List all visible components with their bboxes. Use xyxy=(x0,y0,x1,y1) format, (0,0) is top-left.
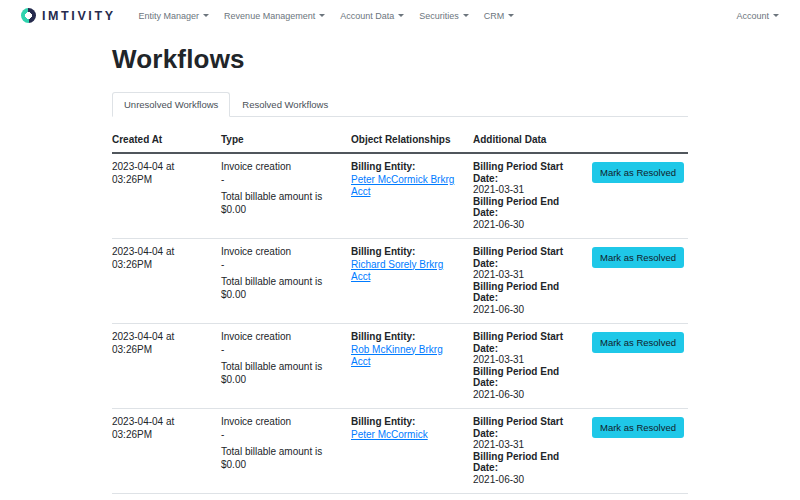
chevron-down-icon xyxy=(463,14,469,17)
type-value: Invoice creation xyxy=(221,161,341,174)
column-header-created-at: Created At xyxy=(112,134,221,145)
created-at-cell: 2023-04-04 at 03:26PM xyxy=(112,416,221,485)
additional-label: Billing Period End Date: xyxy=(473,451,582,474)
table-row: 2023-04-04 at 03:26PM Invoice creation -… xyxy=(112,239,688,324)
actions-cell: Mark as Resolved xyxy=(592,246,688,315)
nav-item-crm[interactable]: CRM xyxy=(484,11,515,21)
created-at-value: 2023-04-04 at 03:26PM xyxy=(112,331,174,355)
additional-value: 2021-03-31 xyxy=(473,184,582,196)
additional-label: Billing Period End Date: xyxy=(473,366,582,389)
additional-value: 2021-03-31 xyxy=(473,439,582,451)
type-sub-value: - xyxy=(221,174,341,187)
type-value: Invoice creation xyxy=(221,246,341,259)
billing-entity-link[interactable]: Peter McCormick Brkrg Acct xyxy=(351,174,454,198)
additional-value: 2021-06-30 xyxy=(473,474,582,486)
additional-data-cell: Billing Period Start Date: 2021-03-31 Bi… xyxy=(473,331,592,400)
table-row: 2023-04-04 at 03:26PM Invoice creation -… xyxy=(112,409,688,494)
brand-logo[interactable]: IMTIVITY xyxy=(21,8,116,23)
additional-label: Billing Period Start Date: xyxy=(473,161,582,184)
relationship-label: Billing Entity: xyxy=(351,331,463,344)
object-relationships-cell: Billing Entity: Richard Sorely Brkrg Acc… xyxy=(351,246,473,315)
workflow-tabs: Unresolved Workflows Resolved Workflows xyxy=(112,92,688,117)
type-note: Total billable amount is $0.00 xyxy=(221,446,341,471)
column-header-actions xyxy=(592,134,688,145)
type-value: Invoice creation xyxy=(221,416,341,429)
type-cell: Invoice creation - Total billable amount… xyxy=(221,246,351,315)
additional-value: 2021-06-30 xyxy=(473,389,582,401)
type-value: Invoice creation xyxy=(221,331,341,344)
additional-data-cell: Billing Period Start Date: 2021-03-31 Bi… xyxy=(473,161,592,230)
type-note: Total billable amount is $0.00 xyxy=(221,191,341,216)
table-row: 2023-04-04 at 03:26PM Invoice creation -… xyxy=(112,324,688,409)
additional-label: Billing Period Start Date: xyxy=(473,416,582,439)
type-sub-value: - xyxy=(221,429,341,442)
column-header-object-relationships: Object Relationships xyxy=(351,134,473,145)
mark-as-resolved-button[interactable]: Mark as Resolved xyxy=(592,417,684,438)
mark-as-resolved-button[interactable]: Mark as Resolved xyxy=(592,332,684,353)
column-header-type: Type xyxy=(221,134,351,145)
nav-item-securities[interactable]: Securities xyxy=(419,11,469,21)
nav-item-label: Revenue Management xyxy=(224,11,315,21)
mark-as-resolved-button[interactable]: Mark as Resolved xyxy=(592,162,684,183)
created-at-cell: 2023-04-04 at 03:26PM xyxy=(112,331,221,400)
nav-item-label: Securities xyxy=(419,11,459,21)
additional-data-cell: Billing Period Start Date: 2021-03-31 Bi… xyxy=(473,246,592,315)
billing-entity-link[interactable]: Peter McCormick xyxy=(351,429,428,440)
top-navbar: IMTIVITY Entity Manager Revenue Manageme… xyxy=(0,0,800,31)
type-cell: Invoice creation - Total billable amount… xyxy=(221,416,351,485)
type-note: Total billable amount is $0.00 xyxy=(221,361,341,386)
nav-item-label: Account Data xyxy=(340,11,394,21)
chevron-down-icon xyxy=(319,14,325,17)
additional-label: Billing Period End Date: xyxy=(473,281,582,304)
relationship-label: Billing Entity: xyxy=(351,161,463,174)
column-header-additional-data: Additional Data xyxy=(473,134,592,145)
type-cell: Invoice creation - Total billable amount… xyxy=(221,331,351,400)
additional-value: 2021-06-30 xyxy=(473,304,582,316)
created-at-value: 2023-04-04 at 03:26PM xyxy=(112,416,174,440)
mark-as-resolved-button[interactable]: Mark as Resolved xyxy=(592,247,684,268)
additional-data-cell: Billing Period Start Date: 2021-03-31 Bi… xyxy=(473,416,592,485)
additional-label: Billing Period Start Date: xyxy=(473,246,582,269)
object-relationships-cell: Billing Entity: Rob McKinney Brkrg Acct xyxy=(351,331,473,400)
nav-item-entity-manager[interactable]: Entity Manager xyxy=(139,11,210,21)
nav-item-revenue-management[interactable]: Revenue Management xyxy=(224,11,325,21)
billing-entity-link[interactable]: Richard Sorely Brkrg Acct xyxy=(351,259,443,283)
account-menu-label: Account xyxy=(736,11,769,21)
nav-item-label: Entity Manager xyxy=(139,11,200,21)
created-at-cell: 2023-04-04 at 03:26PM xyxy=(112,246,221,315)
additional-label: Billing Period End Date: xyxy=(473,196,582,219)
billing-entity-link[interactable]: Rob McKinney Brkrg Acct xyxy=(351,344,443,368)
chevron-down-icon xyxy=(203,14,209,17)
actions-cell: Mark as Resolved xyxy=(592,416,688,485)
tab-unresolved-workflows[interactable]: Unresolved Workflows xyxy=(112,92,230,117)
object-relationships-cell: Billing Entity: Peter McCormick xyxy=(351,416,473,485)
table-header: Created At Type Object Relationships Add… xyxy=(112,127,688,154)
actions-cell: Mark as Resolved xyxy=(592,331,688,400)
chevron-down-icon xyxy=(508,14,514,17)
nav-item-label: CRM xyxy=(484,11,505,21)
type-sub-value: - xyxy=(221,344,341,357)
type-sub-value: - xyxy=(221,259,341,272)
created-at-value: 2023-04-04 at 03:26PM xyxy=(112,161,174,185)
tab-resolved-workflows[interactable]: Resolved Workflows xyxy=(230,92,340,117)
additional-value: 2021-06-30 xyxy=(473,219,582,231)
page-title: Workflows xyxy=(112,44,688,75)
table-body: 2023-04-04 at 03:26PM Invoice creation -… xyxy=(112,154,688,494)
created-at-cell: 2023-04-04 at 03:26PM xyxy=(112,161,221,230)
type-cell: Invoice creation - Total billable amount… xyxy=(221,161,351,230)
brand-name: IMTIVITY xyxy=(42,9,116,23)
object-relationships-cell: Billing Entity: Peter McCormick Brkrg Ac… xyxy=(351,161,473,230)
chevron-down-icon xyxy=(398,14,404,17)
created-at-value: 2023-04-04 at 03:26PM xyxy=(112,246,174,270)
nav-item-account-data[interactable]: Account Data xyxy=(340,11,404,21)
account-menu[interactable]: Account xyxy=(736,11,779,21)
additional-value: 2021-03-31 xyxy=(473,269,582,281)
additional-value: 2021-03-31 xyxy=(473,354,582,366)
actions-cell: Mark as Resolved xyxy=(592,161,688,230)
table-row: 2023-04-04 at 03:26PM Invoice creation -… xyxy=(112,154,688,239)
main-content: Workflows Unresolved Workflows Resolved … xyxy=(112,44,688,494)
relationship-label: Billing Entity: xyxy=(351,246,463,259)
additional-label: Billing Period Start Date: xyxy=(473,331,582,354)
brand-logo-icon xyxy=(21,8,36,23)
type-note: Total billable amount is $0.00 xyxy=(221,276,341,301)
